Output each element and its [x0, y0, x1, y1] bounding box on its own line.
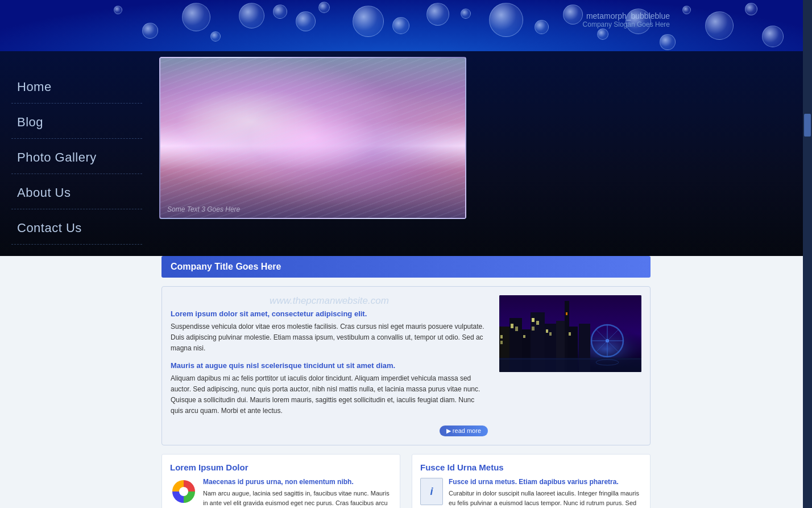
paragraph1-heading: Lorem ipsum dolor sit amet, consectetur …: [171, 309, 488, 318]
card-left-body: Maecenas id purus urna, non elementum ni…: [170, 478, 392, 508]
hero-image: Some Text 3 Goes Here: [159, 57, 466, 219]
card-left: Lorem Ipsum Dolor: [161, 454, 400, 508]
main-nav-hero-area: Home Blog Photo Gallery About Us Contact…: [0, 51, 812, 256]
content-image-area: [499, 295, 641, 436]
nav-item-home[interactable]: Home: [11, 68, 142, 104]
svg-rect-12: [536, 321, 539, 325]
paragraph1-body: Suspendisse vehicula dolor vitae eros mo…: [171, 321, 488, 354]
pie-chart-icon: [170, 478, 197, 505]
card-right-title: Fusce Id Urna Metus: [420, 462, 642, 472]
content-title-bar: Company Title Goes Here: [161, 256, 651, 278]
svg-rect-9: [523, 335, 525, 338]
city-image: [499, 295, 641, 372]
card-right-body: Fusce id urna metus. Etiam dapibus variu…: [420, 478, 642, 508]
card-right-subheading: Fusce id urna metus. Etiam dapibus variu…: [449, 478, 642, 486]
bubbles-decoration: [0, 0, 812, 51]
site-title: metamorph_bubbleblue Company Slogan Goes…: [583, 11, 670, 28]
svg-rect-13: [532, 327, 535, 331]
card-left-title: Lorem Ipsum Dolor: [170, 462, 392, 472]
content-section: Company Title Goes Here www.thepcmanwebs…: [0, 256, 812, 508]
two-column-cards: Lorem Ipsum Dolor: [161, 454, 651, 508]
sidebar: Home Blog Photo Gallery About Us Contact…: [0, 51, 154, 256]
content-title: Company Title Goes Here: [171, 262, 281, 271]
paragraph2-heading: Mauris at augue quis nisl scelerisque ti…: [171, 361, 488, 370]
nav-item-photo-gallery[interactable]: Photo Gallery: [11, 139, 142, 174]
svg-rect-7: [515, 327, 518, 331]
svg-rect-29: [499, 358, 641, 372]
document-icon: [420, 478, 443, 505]
svg-rect-11: [532, 318, 535, 322]
content-text-area: www.thepcmanwebsite.com Lorem ipsum dolo…: [171, 295, 488, 436]
svg-rect-15: [546, 329, 548, 333]
svg-rect-16: [549, 332, 552, 336]
card-left-paragraph: Nam arcu augue, lacinia sed sagittis in,…: [203, 489, 392, 508]
card-right-text: Fusce id urna metus. Etiam dapibus variu…: [449, 478, 642, 508]
svg-rect-21: [569, 332, 571, 336]
svg-rect-6: [511, 324, 513, 328]
main-content-box: www.thepcmanwebsite.com Lorem ipsum dolo…: [161, 286, 651, 445]
paragraph2-body: Aliquam dapibus mi ac felis porttitor ut…: [171, 373, 488, 417]
svg-rect-19: [566, 312, 567, 315]
read-more-button[interactable]: ▶ read more: [440, 426, 488, 436]
content-inner: www.thepcmanwebsite.com Lorem ipsum dolo…: [171, 295, 641, 436]
svg-rect-4: [500, 341, 503, 344]
site-slogan: Company Slogan Goes Here: [583, 20, 670, 28]
nav-item-about-us[interactable]: About Us: [11, 174, 142, 209]
card-left-text: Maecenas id purus urna, non elementum ni…: [203, 478, 392, 508]
header: metamorph_bubbleblue Company Slogan Goes…: [0, 0, 812, 51]
card-right-paragraph: Curabitur in dolor suscipit nulla laoree…: [449, 489, 642, 508]
scrollbar-thumb[interactable]: [804, 114, 811, 137]
nav-item-contact-us[interactable]: Contact Us: [11, 209, 142, 245]
hero-area: Some Text 3 Goes Here: [154, 51, 812, 256]
watermark: www.thepcmanwebsite.com: [171, 295, 488, 307]
svg-rect-3: [500, 335, 503, 338]
hero-caption: Some Text 3 Goes Here: [167, 205, 240, 213]
hero-swirl-decoration: [160, 58, 465, 218]
card-left-subheading: Maecenas id purus urna, non elementum ni…: [203, 478, 392, 486]
nav-item-blog[interactable]: Blog: [11, 104, 142, 139]
svg-point-33: [179, 487, 188, 496]
scrollbar[interactable]: [803, 0, 812, 508]
card-right: Fusce Id Urna Metus Fusce id urna metus.…: [412, 454, 651, 508]
